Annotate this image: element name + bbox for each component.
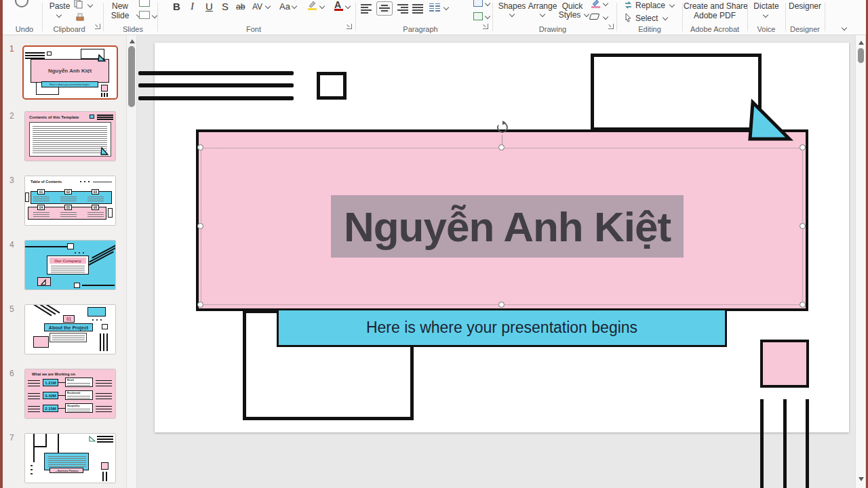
undo-icon[interactable] (15, 0, 28, 7)
font-group-label: Font (213, 25, 294, 33)
slide-layout-dropdown-icon[interactable] (152, 13, 157, 18)
canvas-scrollbar-thumb[interactable] (858, 48, 864, 63)
italic-button[interactable]: I (191, 1, 194, 12)
thumbnail-scrollbar-up-icon[interactable] (130, 39, 135, 43)
font-color-dropdown-icon[interactable] (345, 3, 351, 9)
quick-styles-button[interactable]: Quick (557, 1, 587, 11)
format-painter-icon[interactable] (75, 12, 86, 22)
strikethrough-button[interactable]: ab (236, 2, 245, 12)
arrange-dropdown-icon[interactable] (540, 12, 545, 17)
powerpoint-window: Undo Paste Clipboard New Slide Slides B … (0, 0, 868, 488)
arrange-button[interactable]: Arrange (526, 1, 559, 11)
dictate-button[interactable]: Dictate (749, 1, 784, 11)
highlight-dropdown-icon[interactable] (319, 3, 325, 9)
deco-triangle[interactable] (745, 99, 795, 148)
deco-vline-3[interactable] (806, 399, 809, 488)
paste-dropdown-icon[interactable] (56, 12, 62, 18)
columns-icon[interactable] (429, 3, 434, 12)
text-shadow-button[interactable]: S (222, 1, 229, 12)
shape-outline-dropdown-icon[interactable] (603, 14, 608, 20)
designer-button[interactable]: Designer (787, 1, 823, 11)
align-center-button[interactable] (376, 1, 393, 16)
change-case-button[interactable]: Aa (279, 1, 290, 12)
slide-thumbnail-3[interactable]: Table of Contents 01 02 03 04 05 06 (24, 176, 116, 226)
copy-dropdown-icon[interactable] (87, 2, 93, 7)
slide-thumbnail-4[interactable]: Our Company (24, 240, 116, 290)
resize-handle-top-right[interactable] (800, 144, 806, 150)
create-share-pdf-button-line2[interactable]: Adobe PDF (684, 11, 746, 20)
columns-icon-2[interactable] (435, 3, 440, 12)
resize-handle-mid-right[interactable] (800, 223, 806, 229)
shape-fill-icon[interactable] (590, 0, 601, 8)
deco-vline-2[interactable] (783, 399, 787, 488)
align-left-button[interactable] (361, 4, 372, 14)
font-dialog-launcher-icon[interactable] (347, 24, 352, 29)
quick-styles-dropdown-icon[interactable] (584, 12, 589, 17)
quick-styles-button-line2[interactable]: Styles (555, 10, 585, 20)
smartart-dropdown-icon[interactable] (485, 14, 490, 19)
justify-button[interactable] (412, 4, 424, 14)
replace-icon[interactable] (624, 1, 633, 9)
deco-line-1[interactable] (138, 71, 294, 75)
slide-thumbnail-2[interactable]: Contents of this Template (24, 111, 116, 161)
align-right-button[interactable] (397, 4, 408, 14)
shape-fill-dropdown-icon[interactable] (603, 1, 608, 6)
resize-handle-top-left[interactable] (197, 144, 203, 150)
resize-handle-mid-left[interactable] (197, 223, 203, 229)
text-highlight-color-icon[interactable] (307, 0, 317, 10)
text-direction-icon[interactable] (473, 0, 483, 7)
deco-line-3[interactable] (138, 96, 294, 100)
underline-button[interactable]: U (205, 1, 213, 12)
slide-subtitle-text[interactable]: Here is where your presentation begins (366, 319, 637, 337)
bold-button[interactable]: B (173, 1, 180, 12)
thumbnail-scrollbar[interactable] (126, 35, 137, 488)
clipboard-dialog-launcher-icon[interactable] (95, 24, 100, 29)
select-button[interactable]: Select (635, 14, 658, 23)
text-direction-dropdown-icon[interactable] (485, 1, 490, 6)
convert-to-smartart-icon[interactable] (473, 12, 483, 20)
slide-layout-icon[interactable] (139, 0, 150, 7)
shape-outline-icon[interactable] (589, 14, 600, 20)
slide-thumbnail-1[interactable]: Nguyễn Anh Kiệt Here is where your prese… (22, 45, 118, 100)
paste-button[interactable]: Paste (45, 1, 75, 11)
deco-vline-1[interactable] (760, 399, 764, 488)
canvas-scrollbar-down-icon[interactable] (859, 477, 864, 481)
deco-square-outline[interactable] (317, 72, 347, 100)
drawing-dialog-launcher-icon[interactable] (608, 24, 614, 29)
slide-thumbnail-7[interactable]: —Someone Famous (24, 433, 116, 483)
copy-icon[interactable] (74, 0, 83, 9)
slide-reset-icon[interactable] (139, 11, 150, 19)
shapes-button[interactable]: Shapes (496, 1, 528, 11)
font-color-icon[interactable]: A (334, 0, 341, 10)
deco-line-2[interactable] (138, 83, 294, 87)
ribbon-collapse-icon[interactable] (842, 25, 847, 30)
new-slide-button[interactable]: New (104, 1, 136, 11)
columns-dropdown-icon[interactable] (443, 5, 449, 10)
paragraph-dialog-launcher-icon[interactable] (483, 24, 488, 29)
slide-thumbnail-5[interactable]: 01 About the Project (24, 304, 116, 354)
new-slide-button-line2[interactable]: Slide (104, 11, 136, 20)
dictate-dropdown-icon[interactable] (763, 12, 768, 18)
resize-handle-bottom-left[interactable] (197, 302, 203, 308)
textbox-selection-outline[interactable] (201, 148, 803, 305)
change-case-dropdown-icon[interactable] (292, 3, 297, 9)
replace-dropdown-icon[interactable] (669, 2, 675, 7)
resize-handle-bottom-center[interactable] (498, 302, 505, 308)
character-spacing-button[interactable]: AV (252, 2, 262, 12)
deco-rect-top-right[interactable] (591, 54, 762, 131)
character-spacing-dropdown-icon[interactable] (265, 3, 271, 9)
replace-button[interactable]: Replace (635, 1, 665, 10)
subtitle-bar-shape[interactable]: Here is where your presentation begins (277, 308, 727, 347)
thumbnail-scrollbar-thumb[interactable] (128, 46, 135, 107)
resize-handle-bottom-right[interactable] (800, 302, 806, 308)
deco-square-pink[interactable] (760, 340, 809, 388)
canvas-scrollbar[interactable] (855, 35, 866, 488)
resize-handle-top-center[interactable] (498, 144, 505, 150)
select-cursor-icon[interactable] (624, 13, 632, 22)
create-share-pdf-button[interactable]: Create and Share (684, 1, 746, 11)
slide-thumbnail-6[interactable]: What we are Working on 1.21M Retail 3.42… (24, 369, 116, 419)
canvas-scrollbar-up-icon[interactable] (859, 41, 864, 45)
rotate-handle-icon[interactable] (496, 121, 509, 134)
select-dropdown-icon[interactable] (663, 15, 668, 20)
shapes-dropdown-icon[interactable] (509, 12, 515, 17)
